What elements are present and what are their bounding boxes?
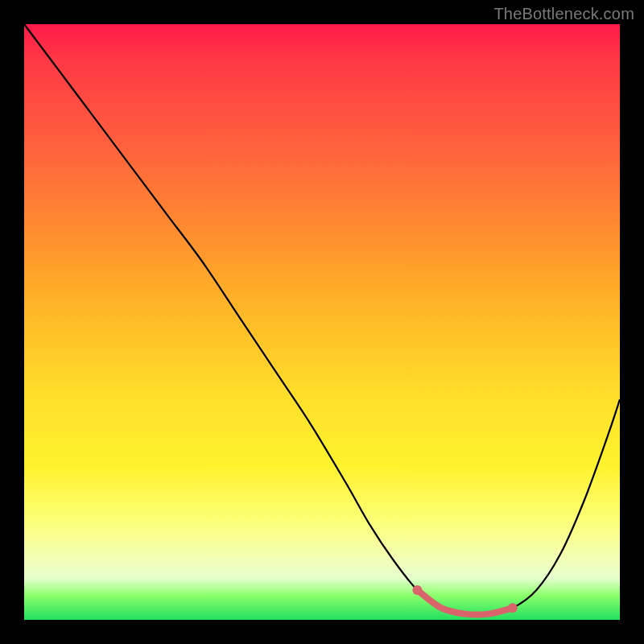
- chart-frame: TheBottleneck.com: [0, 0, 644, 644]
- plot-area: [24, 24, 620, 620]
- watermark-text: TheBottleneck.com: [493, 5, 634, 23]
- optimal-end-point: [508, 603, 518, 613]
- bottleneck-curve: [24, 24, 620, 615]
- curve-layer: [24, 24, 620, 620]
- optimal-range-highlight: [417, 590, 512, 615]
- optimal-start-point: [412, 585, 422, 595]
